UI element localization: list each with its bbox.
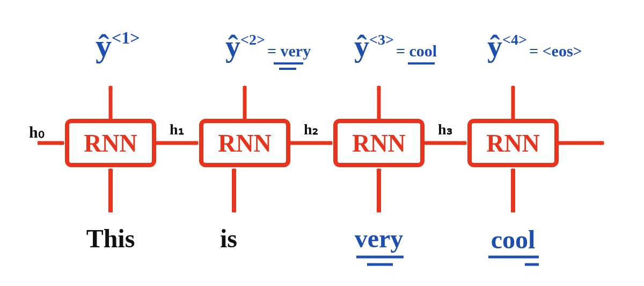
input-x3: very <box>355 224 404 253</box>
input-x1: This <box>86 224 135 253</box>
output-y4: ŷ<4>= <eos> <box>487 30 582 63</box>
output-y1: ŷ<1> <box>96 28 140 63</box>
h0-label: h₀ <box>29 123 45 141</box>
h2-label: h₂ <box>304 121 318 138</box>
rnn-cell-4-label: RNN <box>486 130 540 157</box>
rnn-unrolled-diagram: RNN RNN RNN RNN h₀ h₁ h₂ h₃ ŷ<1> ŷ<2>= v… <box>0 0 644 286</box>
h3-label: h₃ <box>438 121 452 138</box>
h1-label: h₁ <box>170 121 184 138</box>
rnn-cell-2-label: RNN <box>218 130 272 157</box>
input-x2: is <box>220 224 237 253</box>
output-y2: ŷ<2>= very <box>225 30 311 63</box>
input-x4: cool <box>491 225 536 254</box>
output-y3: ŷ<3>= cool <box>354 30 437 63</box>
rnn-cell-1-label: RNN <box>84 130 137 157</box>
rnn-cell-3-label: RNN <box>352 130 406 157</box>
